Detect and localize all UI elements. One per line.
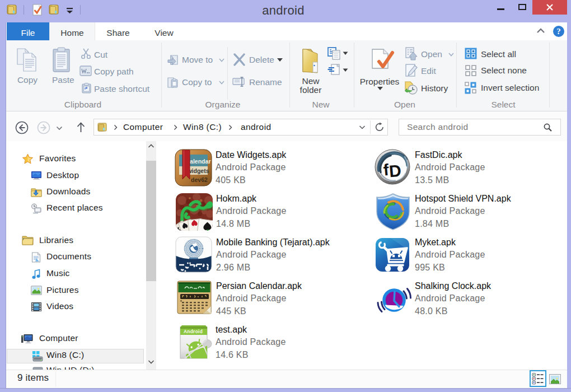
svg-text:D: D xyxy=(389,161,402,181)
svg-text:Android: Android xyxy=(184,329,203,334)
svg-text:?: ? xyxy=(556,27,561,36)
svg-text:dev62: dev62 xyxy=(191,176,208,183)
